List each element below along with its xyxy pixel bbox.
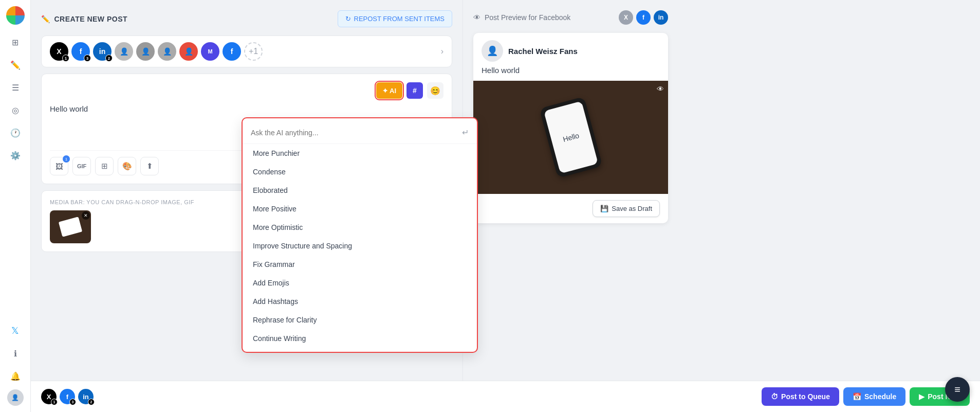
bottom-bar: X1 f3 in2 ⏱ Post to Queue 📅 Schedule ▶ P… [31, 381, 980, 412]
layout-button[interactable]: ⊞ [95, 157, 114, 175]
preview-profile-name: Rachel Weisz Fans [508, 47, 578, 56]
palette-button[interactable]: 🎨 [118, 157, 136, 175]
account-avatar1[interactable]: 👤 [115, 42, 133, 61]
ai-item-continue-writing[interactable]: Continue Writing [243, 329, 477, 348]
save-draft-button[interactable]: 💾 Save as Draft [593, 200, 660, 217]
ai-item-condense[interactable]: Condense [243, 163, 477, 181]
preview-post-text: Hello world [473, 66, 668, 81]
schedule-icon: 📅 [853, 392, 861, 401]
ai-item-more-positive[interactable]: More Positive [243, 200, 477, 218]
hash-icon: # [413, 86, 417, 95]
account-li-badge: 2 [105, 55, 113, 62]
preview-li-icon[interactable]: in [654, 10, 668, 25]
create-title-text: CREATE NEW POST [54, 15, 128, 23]
preview-social-icons: X f in [619, 10, 668, 25]
account-fb[interactable]: f3 [71, 42, 90, 61]
image-badge: 1 [63, 155, 70, 163]
ai-item-eloborated[interactable]: Eloborated [243, 181, 477, 200]
hash-button[interactable]: # [406, 82, 423, 99]
preview-phone-screen: Hello [543, 101, 598, 173]
sidebar: ⊞ ✏️ ☰ ◎ 🕐 ⚙️ 𝕏 ℹ 🔔 👤 [0, 0, 31, 412]
eye-icon: 👁 [473, 13, 480, 22]
media-thumb-inner [59, 217, 82, 237]
preview-fb-icon[interactable]: f [636, 10, 651, 25]
bell-icon[interactable]: 🔔 [6, 367, 25, 385]
ai-button[interactable]: ✦ AI [376, 82, 402, 99]
bottom-account-fb[interactable]: f3 [60, 389, 75, 404]
ai-search-input[interactable] [251, 129, 458, 137]
ai-button-label: ✦ AI [382, 87, 396, 95]
bottom-badge-fb: 3 [69, 399, 76, 405]
ai-item-improve-structure[interactable]: Improve Structure and Spacing [243, 237, 477, 255]
ai-item-rephrase[interactable]: Rephrase for Clarity [243, 311, 477, 329]
ai-enter-icon[interactable]: ↵ [462, 128, 469, 137]
save-draft-container: 💾 Save as Draft [473, 194, 668, 223]
editor-toolbar: ✦ AI # 😊 [50, 82, 443, 99]
rss-icon[interactable]: ◎ [6, 101, 25, 119]
image-button[interactable]: 🖼1 [50, 157, 68, 175]
twitter-icon[interactable]: 𝕏 [6, 321, 25, 340]
bottom-account-li[interactable]: in2 [78, 389, 94, 404]
save-draft-icon: 💾 [600, 205, 608, 212]
edit-icon[interactable]: ✏️ [6, 56, 25, 74]
app-logo[interactable] [6, 6, 25, 25]
account-bar: X1 f3 in2 👤 👤 👤 👤 M f +1 › [41, 35, 452, 67]
post-to-queue-button[interactable]: ⏱ Post to Queue [762, 387, 839, 406]
account-avatar4[interactable]: 👤 [179, 42, 198, 61]
account-avatar5[interactable]: M [201, 42, 219, 61]
ai-item-more-optimistic[interactable]: More Optimistic [243, 218, 477, 237]
preview-header: 👁 Post Preview for Facebook X f in [473, 10, 668, 25]
preview-title: 👁 Post Preview for Facebook [473, 13, 570, 22]
ai-search-row: ↵ [243, 124, 477, 144]
emoji-icon: 😊 [430, 86, 440, 96]
queue-label: Post to Queue [781, 392, 830, 401]
account-x[interactable]: X1 [50, 42, 68, 61]
upload-button[interactable]: ⬆ [140, 157, 159, 175]
action-buttons: ⏱ Post to Queue 📅 Schedule ▶ Post Now [762, 387, 970, 406]
user-avatar[interactable]: 👤 [7, 389, 24, 406]
grid-icon[interactable]: ⊞ [6, 33, 25, 51]
preview-title-text: Post Preview for Facebook [485, 13, 570, 22]
account-avatar3[interactable]: 👤 [158, 42, 176, 61]
clock-icon[interactable]: 🕐 [6, 123, 25, 142]
post-icon: ▶ [919, 392, 924, 401]
chevron-right-icon[interactable]: › [441, 47, 443, 56]
info-icon[interactable]: ℹ [6, 344, 25, 363]
save-draft-label: Save as Draft [612, 205, 652, 212]
account-avatar2[interactable]: 👤 [136, 42, 155, 61]
preview-card-header: 👤 Rachel Weisz Fans [473, 33, 668, 66]
ai-dropdown: ↵ More Punchier Condense Eloborated More… [242, 117, 478, 353]
preview-eye-icon[interactable]: 👁 [657, 85, 664, 93]
repost-label: REPOST FROM SENT ITEMS [354, 15, 445, 23]
floating-menu-button[interactable]: ≡ [945, 377, 970, 402]
floating-menu-icon: ≡ [954, 384, 960, 396]
bottom-badge-x: 1 [51, 399, 58, 405]
account-plus[interactable]: +1 [244, 42, 263, 61]
media-thumbnail[interactable]: ✕ [50, 210, 91, 243]
schedule-button[interactable]: 📅 Schedule [843, 387, 905, 406]
account-x-badge: 1 [62, 55, 69, 62]
ai-item-add-emojis[interactable]: Add Emojis [243, 274, 477, 292]
ai-item-add-hashtags[interactable]: Add Hashtags [243, 292, 477, 311]
bottom-account-x[interactable]: X1 [41, 389, 57, 404]
preview-phone: Hello [539, 97, 602, 178]
emoji-button[interactable]: 😊 [427, 82, 443, 99]
preview-x-icon[interactable]: X [619, 10, 633, 25]
queue-icon: ⏱ [771, 392, 778, 401]
preview-card: 👤 Rachel Weisz Fans Hello world Hello 👁 … [473, 33, 668, 223]
bottom-accounts: X1 f3 in2 [41, 389, 94, 404]
account-icons: X1 f3 in2 👤 👤 👤 👤 M f +1 [50, 42, 263, 61]
repost-button[interactable]: ↻ REPOST FROM SENT ITEMS [338, 10, 452, 27]
gif-button[interactable]: GIF [72, 157, 91, 175]
ai-item-fix-grammar[interactable]: Fix Grammar [243, 255, 477, 274]
schedule-label: Schedule [864, 392, 896, 401]
list-icon[interactable]: ☰ [6, 78, 25, 97]
repost-icon: ↻ [345, 15, 351, 23]
create-title: ✏️ CREATE NEW POST [41, 15, 127, 23]
media-close-button[interactable]: ✕ [82, 211, 90, 220]
settings-icon[interactable]: ⚙️ [6, 146, 25, 165]
preview-avatar: 👤 [482, 40, 503, 62]
account-li[interactable]: in2 [93, 42, 112, 61]
ai-item-more-punchier[interactable]: More Punchier [243, 144, 477, 163]
account-fb2[interactable]: f [223, 42, 241, 61]
